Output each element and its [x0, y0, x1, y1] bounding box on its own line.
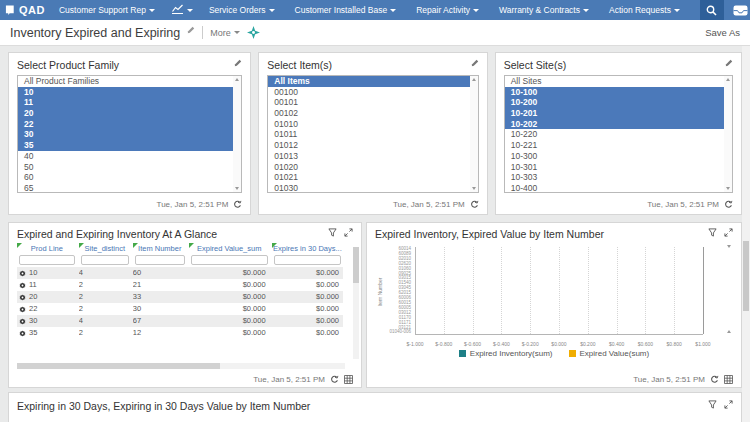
column-filter-input[interactable] [191, 255, 268, 265]
table-row[interactable]: 22230$0.000$0.000 [17, 303, 343, 315]
list-option[interactable]: 50 [18, 162, 233, 173]
expand-icon[interactable] [724, 228, 733, 237]
column-header[interactable]: Item Number [133, 243, 187, 267]
list-option[interactable]: 30 [18, 129, 233, 140]
edit-icon[interactable] [234, 59, 242, 67]
expand-icon[interactable] [344, 228, 353, 237]
nav-menu-service-orders[interactable]: Service Orders [209, 5, 275, 15]
column-filter-input[interactable] [81, 255, 129, 265]
column-header[interactable]: Site_distinct [79, 243, 131, 267]
list-option[interactable]: 10-100 [505, 87, 724, 98]
scroll-down-arrow-icon[interactable] [727, 330, 731, 333]
scroll-down-arrow-icon[interactable] [235, 187, 239, 190]
page-scrollbar[interactable] [742, 46, 750, 422]
more-menu[interactable]: More [210, 28, 240, 38]
list-option[interactable]: 11 [18, 97, 233, 108]
grid-view-icon[interactable] [344, 375, 353, 384]
refresh-icon[interactable] [724, 200, 733, 209]
scroll-up-arrow-icon[interactable] [472, 78, 476, 81]
gear-icon[interactable] [19, 294, 26, 301]
table-row[interactable]: 10460$0.000$0.000 [17, 267, 343, 279]
list-option[interactable]: 10 [18, 87, 233, 98]
scroll-down-arrow-icon[interactable] [472, 187, 476, 190]
list-option[interactable]: 10-301 [505, 162, 724, 173]
list-option[interactable]: 10-400 [505, 183, 724, 193]
list-option[interactable]: 01030 [268, 183, 469, 193]
list-option[interactable]: 20 [18, 108, 233, 119]
scroll-up-arrow-icon[interactable] [727, 245, 731, 248]
list-option[interactable]: 65 [18, 183, 233, 193]
list-option[interactable]: 10-200 [505, 97, 724, 108]
qad-logo[interactable]: QAD [5, 4, 45, 17]
gear-icon[interactable] [19, 270, 26, 277]
nav-menu-warranty-contracts[interactable]: Warranty & Contracts [499, 5, 589, 15]
list-option[interactable]: 40 [18, 151, 233, 162]
scroll-up-arrow-icon[interactable] [726, 78, 730, 81]
scrollbar-thumb[interactable] [17, 363, 220, 369]
column-filter-input[interactable] [274, 255, 341, 265]
legend-item[interactable]: Expired Value(sum) [569, 349, 650, 358]
gear-icon[interactable] [19, 306, 26, 313]
scrollbar-thumb[interactable] [743, 241, 749, 311]
grid-view-icon[interactable] [724, 375, 733, 384]
refresh-icon[interactable] [470, 200, 479, 209]
list-option[interactable]: 10-300 [505, 151, 724, 162]
column-filter-input[interactable] [135, 255, 185, 265]
list-option[interactable]: All Product Families [18, 76, 233, 87]
list-option[interactable]: 10-220 [505, 129, 724, 140]
refresh-icon[interactable] [330, 375, 339, 384]
list-option[interactable]: 01011 [268, 129, 469, 140]
scroll-up-arrow-icon[interactable] [235, 78, 239, 81]
column-header[interactable]: Prod Line [17, 243, 77, 267]
list-option[interactable]: All Items [268, 76, 469, 87]
list-option[interactable]: 00100 [268, 87, 469, 98]
edit-icon[interactable] [725, 59, 733, 67]
list-option[interactable]: 01012 [268, 140, 469, 151]
refresh-icon[interactable] [710, 375, 719, 384]
filter-icon[interactable] [708, 400, 717, 409]
table-horizontal-scrollbar[interactable] [17, 363, 345, 369]
list-option[interactable]: 00101 [268, 97, 469, 108]
scrollbar-thumb[interactable] [353, 247, 359, 283]
inbox-button[interactable] [733, 5, 748, 16]
list-option[interactable]: 35 [18, 140, 233, 151]
table-row[interactable]: 20233$0.000$0.000 [17, 291, 343, 303]
list-option[interactable]: 10-221 [505, 140, 724, 151]
table-vertical-scrollbar[interactable] [353, 247, 359, 359]
list-scrollbar[interactable] [724, 76, 732, 192]
table-row[interactable]: 35212$0.000$0.000 [17, 327, 343, 339]
list-scrollbar[interactable] [470, 76, 478, 192]
nav-menu-action-requests[interactable]: Action Requests [609, 5, 680, 15]
table-row[interactable]: 30467$0.000$0.000 [17, 315, 343, 327]
column-header[interactable]: Expired Value_sum [189, 243, 270, 267]
list-option[interactable]: 22 [18, 119, 233, 130]
drill-anywhere-icon[interactable] [247, 26, 260, 39]
search-button[interactable] [700, 0, 724, 20]
list-option[interactable]: 00102 [268, 108, 469, 119]
table-row[interactable]: 11221$0.000$0.000 [17, 279, 343, 291]
filter-icon[interactable] [708, 228, 717, 237]
column-filter-input[interactable] [19, 255, 75, 265]
gear-icon[interactable] [19, 282, 26, 289]
list-option[interactable]: 01013 [268, 151, 469, 162]
legend-item[interactable]: Expired Inventory(sum) [459, 349, 553, 358]
list-option[interactable]: All Sites [505, 76, 724, 87]
list-option[interactable]: 01010 [268, 119, 469, 130]
gear-icon[interactable] [19, 330, 26, 337]
refresh-icon[interactable] [233, 200, 242, 209]
save-as-button[interactable]: Save As [705, 27, 740, 38]
edit-icon[interactable] [471, 59, 479, 67]
filter-icon[interactable] [328, 228, 337, 237]
scroll-down-arrow-icon[interactable] [726, 187, 730, 190]
gear-icon[interactable] [19, 318, 26, 325]
dashboards-menu[interactable] [171, 4, 193, 17]
nav-menu-customer-installed-base[interactable]: Customer Installed Base [295, 5, 397, 15]
nav-menu-repair-activity[interactable]: Repair Activity [416, 5, 479, 15]
list-option[interactable]: 01021 [268, 172, 469, 183]
list-option[interactable]: 10-303 [505, 172, 724, 183]
list-scrollbar[interactable] [233, 76, 241, 192]
column-header[interactable]: Expires in 30 Days... [272, 243, 343, 267]
list-option[interactable]: 10-201 [505, 108, 724, 119]
list-option[interactable]: 10-202 [505, 119, 724, 130]
expand-icon[interactable] [724, 400, 733, 409]
